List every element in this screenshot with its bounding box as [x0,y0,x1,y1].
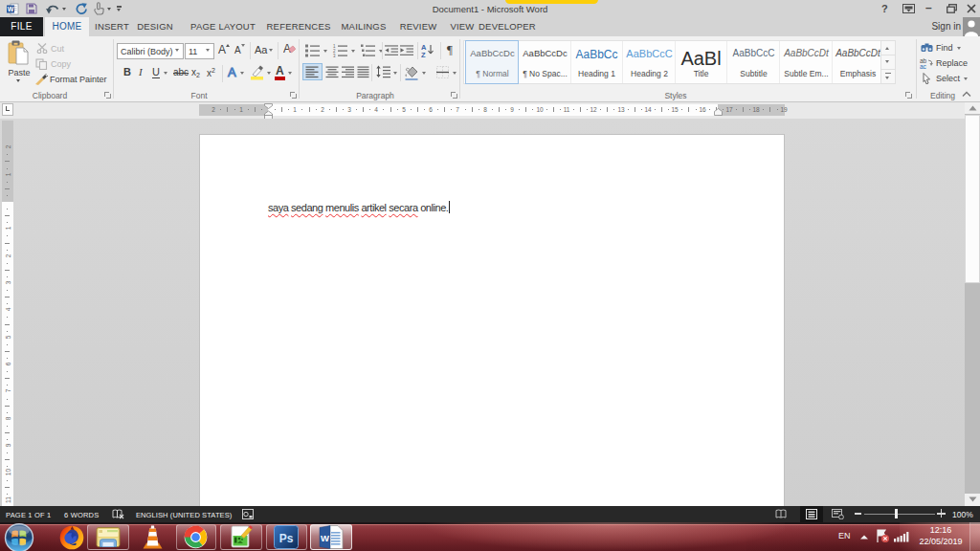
svg-text:3: 3 [333,54,336,58]
svg-text:Ps: Ps [279,532,294,545]
svg-text:Z: Z [421,51,426,57]
svg-text:ac: ac [920,63,927,69]
svg-text:W: W [321,533,329,543]
